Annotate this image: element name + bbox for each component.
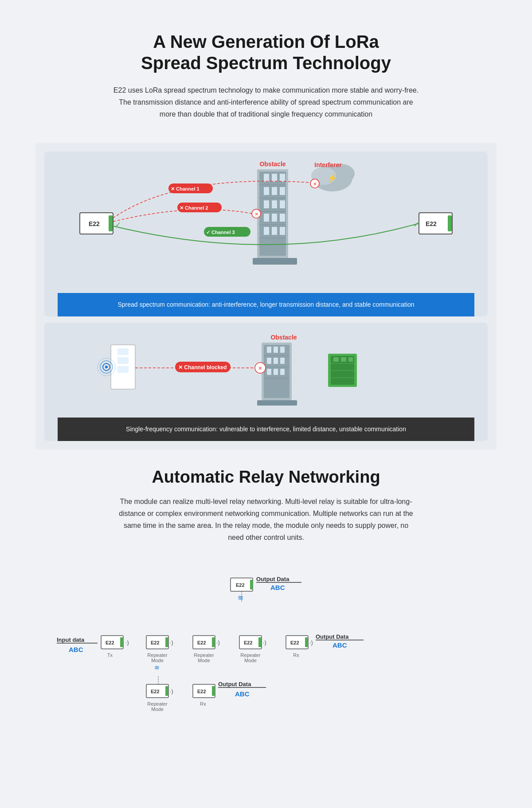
svg-rect-135	[212, 686, 215, 696]
svg-text:E22: E22	[106, 640, 114, 645]
blue-banner: Spread spectrum communication: anti-inte…	[58, 293, 474, 316]
svg-text:✓ Channel 3: ✓ Channel 3	[206, 230, 235, 235]
svg-text:Input data: Input data	[57, 636, 85, 643]
svg-text:E22: E22	[236, 582, 245, 588]
svg-rect-19	[272, 187, 277, 195]
section2-desc: The module can realize multi-level relay…	[115, 496, 417, 544]
svg-text:·): ·)	[170, 639, 173, 646]
svg-rect-28	[272, 227, 277, 235]
svg-text:Output Data: Output Data	[316, 633, 349, 640]
spread-spectrum-diagram: E22 ✓ E22 ✓	[44, 152, 488, 316]
svg-rect-69	[280, 369, 285, 375]
svg-text:E22: E22	[151, 640, 160, 645]
spread-svg: E22 ✓ E22 ✓	[58, 160, 474, 289]
svg-rect-23	[280, 200, 285, 208]
svg-text:Obstacle: Obstacle	[270, 334, 297, 341]
svg-text:·): ·)	[125, 639, 129, 646]
svg-text:Repeater: Repeater	[147, 701, 168, 707]
svg-rect-96	[120, 637, 123, 647]
svg-rect-120	[305, 637, 308, 647]
single-svg-container: Obstacle	[58, 332, 474, 415]
svg-text:Interferer: Interferer	[314, 161, 342, 168]
svg-rect-17	[280, 174, 285, 182]
svg-text:✕: ✕	[254, 211, 258, 217]
svg-text:E22: E22	[426, 220, 437, 227]
svg-text:Rx: Rx	[293, 652, 299, 658]
svg-text:✕: ✕	[258, 365, 262, 371]
svg-text:E22: E22	[89, 220, 100, 227]
svg-text:Repeater: Repeater	[147, 652, 168, 658]
svg-rect-25	[272, 214, 277, 222]
svg-text:Repeater: Repeater	[194, 652, 214, 658]
svg-rect-16	[272, 174, 277, 182]
svg-rect-27	[264, 227, 269, 235]
svg-text:·): ·)	[263, 639, 266, 646]
svg-text:Mode: Mode	[151, 707, 164, 712]
svg-rect-2	[109, 215, 113, 231]
section1: A New Generation Of LoRaSpread Spectrum …	[0, 18, 532, 143]
svg-rect-26	[280, 214, 285, 222]
section2: Automatic Relay Networking The module ca…	[0, 450, 532, 566]
svg-text:E22: E22	[244, 640, 253, 645]
svg-text:Repeater: Repeater	[240, 652, 261, 658]
svg-rect-78	[348, 357, 353, 362]
svg-rect-30	[253, 258, 297, 265]
svg-text:✕ Channel blocked: ✕ Channel blocked	[178, 364, 227, 371]
svg-text:ABC: ABC	[332, 641, 347, 649]
svg-text:ABC: ABC	[235, 690, 250, 698]
svg-rect-61	[267, 347, 271, 353]
svg-text:Mode: Mode	[244, 658, 257, 663]
svg-rect-64	[267, 358, 271, 364]
svg-text:Mode: Mode	[151, 658, 164, 663]
svg-text:✕: ✕	[313, 181, 317, 187]
svg-rect-24	[264, 214, 269, 222]
svg-rect-29	[280, 227, 285, 235]
svg-text:Tx: Tx	[107, 652, 113, 658]
svg-rect-50	[117, 366, 129, 373]
svg-text:≋: ≋	[238, 594, 243, 601]
svg-rect-114	[258, 637, 261, 647]
relay-diagram: E22 Output Data ABC ≋ Input data ABC E22…	[0, 566, 532, 731]
svg-text:Output Data: Output Data	[218, 681, 251, 687]
svg-text:E22: E22	[197, 689, 206, 694]
svg-rect-67	[267, 369, 271, 375]
svg-rect-21	[264, 200, 269, 208]
svg-rect-18	[264, 187, 269, 195]
svg-text:E22: E22	[151, 689, 160, 694]
single-svg: Obstacle	[58, 332, 474, 414]
svg-text:·): ·)	[170, 688, 173, 695]
spread-svg-container: E22 ✓ E22 ✓	[58, 160, 474, 291]
single-freq-diagram: Obstacle	[44, 323, 488, 441]
section2-title: Automatic Relay Networking	[53, 468, 479, 487]
svg-text:✕ Channel 1: ✕ Channel 1	[171, 186, 200, 191]
dark-banner-text: Single-frequency communication: vulnerab…	[126, 425, 406, 433]
blue-banner-text: Spread spectrum communication: anti-inte…	[117, 301, 414, 308]
svg-text:ABC: ABC	[69, 646, 83, 653]
svg-text:Mode: Mode	[198, 658, 210, 663]
svg-text:≋: ≋	[154, 664, 160, 671]
svg-rect-20	[280, 187, 285, 195]
svg-rect-76	[333, 357, 339, 362]
svg-point-54	[105, 366, 108, 368]
svg-text:ABC: ABC	[270, 584, 285, 591]
svg-rect-6	[448, 215, 452, 231]
svg-text:Rx: Rx	[200, 701, 206, 707]
svg-text:⚡: ⚡	[327, 173, 337, 183]
diagram-area: E22 ✓ E22 ✓	[35, 143, 497, 450]
section-desc: E22 uses LoRa spread spectrum technology…	[111, 84, 421, 121]
svg-rect-85	[250, 580, 253, 589]
svg-text:✕ Channel 2: ✕ Channel 2	[180, 205, 208, 211]
svg-rect-66	[280, 358, 285, 364]
svg-rect-48	[117, 348, 129, 355]
main-title: A New Generation Of LoRaSpread Spectrum …	[66, 31, 466, 74]
svg-rect-22	[272, 200, 277, 208]
svg-rect-63	[280, 347, 285, 353]
dark-banner: Single-frequency communication: vulnerab…	[58, 418, 474, 441]
svg-text:·): ·)	[216, 639, 220, 646]
svg-text:Output Data: Output Data	[256, 576, 289, 582]
svg-rect-77	[341, 357, 346, 362]
svg-rect-62	[274, 347, 278, 353]
svg-rect-108	[212, 637, 215, 647]
page: A New Generation Of LoRaSpread Spectrum …	[0, 0, 532, 749]
svg-text:E22: E22	[197, 640, 206, 645]
